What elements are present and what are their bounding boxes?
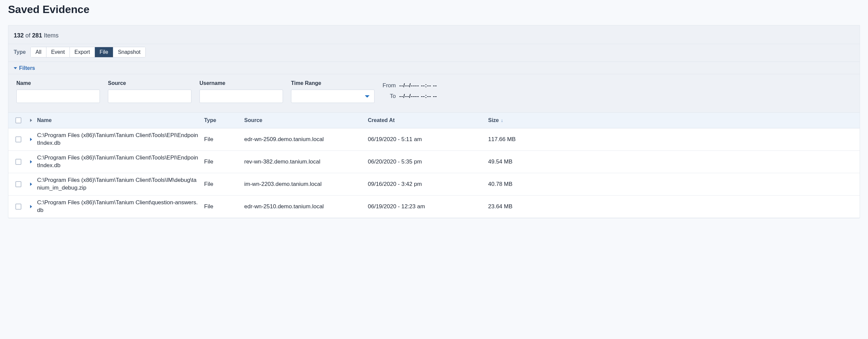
cell-type: File bbox=[204, 159, 244, 165]
col-source[interactable]: Source bbox=[244, 117, 368, 123]
type-option-export[interactable]: Export bbox=[70, 47, 95, 57]
cell-created: 06/19/2020 - 12:23 am bbox=[368, 203, 488, 210]
filter-fromto: From --/--/---- --:-- -- To --/--/---- -… bbox=[382, 80, 437, 100]
count-items: Items bbox=[44, 32, 59, 39]
type-option-snapshot[interactable]: Snapshot bbox=[113, 47, 145, 57]
col-name[interactable]: Name bbox=[37, 117, 204, 123]
col-size[interactable]: Size ↓ bbox=[488, 117, 525, 123]
cell-size: 23.64 MB bbox=[488, 203, 525, 210]
expand-all-icon[interactable] bbox=[30, 119, 32, 122]
row-checkbox[interactable] bbox=[16, 181, 21, 187]
row-checkbox[interactable] bbox=[16, 204, 21, 209]
filter-timerange-label: Time Range bbox=[291, 80, 375, 86]
filters-label: Filters bbox=[19, 65, 35, 71]
type-option-file[interactable]: File bbox=[95, 47, 113, 57]
from-value[interactable]: --/--/---- --:-- -- bbox=[399, 82, 437, 89]
cell-created: 06/19/2020 - 5:11 am bbox=[368, 136, 488, 143]
filters-body: Name Source Username Time Range From --/… bbox=[8, 74, 860, 113]
from-label: From bbox=[382, 82, 396, 89]
filters-toggle[interactable]: Filters bbox=[8, 62, 860, 74]
filter-name-label: Name bbox=[17, 80, 100, 86]
count-shown: 132 bbox=[14, 32, 24, 39]
caret-down-icon bbox=[14, 67, 17, 69]
count-total: 281 bbox=[32, 32, 42, 39]
cell-source: edr-wn-2510.demo.tanium.local bbox=[244, 203, 368, 210]
expand-row-icon[interactable] bbox=[30, 160, 32, 164]
type-filter-row: Type AllEventExportFileSnapshot bbox=[8, 44, 860, 62]
expand-row-icon[interactable] bbox=[30, 182, 32, 186]
filter-source-label: Source bbox=[108, 80, 191, 86]
cell-size: 117.66 MB bbox=[488, 136, 525, 143]
col-type[interactable]: Type bbox=[204, 117, 244, 123]
evidence-table: Name Type Source Created At Size ↓ C:\Pr… bbox=[8, 113, 860, 218]
cell-name: C:\Program Files (x86)\Tanium\Tanium Cli… bbox=[37, 154, 204, 169]
filter-timerange-col: Time Range bbox=[291, 80, 375, 103]
row-checkbox[interactable] bbox=[16, 159, 21, 165]
cell-source: rev-wn-382.demo.tanium.local bbox=[244, 159, 368, 165]
type-segmented: AllEventExportFileSnapshot bbox=[30, 47, 145, 57]
filter-username-label: Username bbox=[199, 80, 283, 86]
filter-source-input[interactable] bbox=[108, 90, 191, 103]
col-created[interactable]: Created At bbox=[368, 117, 488, 123]
cell-name: C:\Program Files (x86)\Tanium\Tanium Cli… bbox=[37, 199, 204, 214]
to-label: To bbox=[382, 93, 396, 100]
item-count: 132 of 281 Items bbox=[8, 25, 860, 44]
filter-username-input[interactable] bbox=[199, 90, 283, 103]
cell-created: 09/16/2020 - 3:42 pm bbox=[368, 181, 488, 188]
table-row: C:\Program Files (x86)\Tanium\Tanium Cli… bbox=[8, 173, 860, 196]
select-all-checkbox[interactable] bbox=[16, 117, 21, 123]
cell-size: 49.54 MB bbox=[488, 159, 525, 165]
cell-created: 06/20/2020 - 5:35 pm bbox=[368, 159, 488, 165]
count-of: of bbox=[25, 32, 30, 39]
sort-desc-icon: ↓ bbox=[501, 118, 503, 123]
type-option-all[interactable]: All bbox=[31, 47, 46, 57]
filter-username-col: Username bbox=[199, 80, 283, 103]
cell-size: 40.78 MB bbox=[488, 181, 525, 188]
evidence-panel: 132 of 281 Items Type AllEventExportFile… bbox=[8, 25, 860, 218]
cell-source: edr-wn-2509.demo.tanium.local bbox=[244, 136, 368, 143]
to-value[interactable]: --/--/---- --:-- -- bbox=[399, 93, 437, 100]
col-size-label: Size bbox=[488, 117, 499, 123]
expand-row-icon[interactable] bbox=[30, 138, 32, 141]
cell-type: File bbox=[204, 203, 244, 210]
row-checkbox[interactable] bbox=[16, 136, 21, 142]
cell-type: File bbox=[204, 136, 244, 143]
table-header: Name Type Source Created At Size ↓ bbox=[8, 113, 860, 129]
filter-source-col: Source bbox=[108, 80, 191, 103]
cell-source: im-wn-2203.demo.tanium.local bbox=[244, 181, 368, 188]
type-filter-label: Type bbox=[14, 49, 26, 55]
filter-timerange-select[interactable] bbox=[291, 90, 375, 103]
cell-name: C:\Program Files (x86)\Tanium\Tanium Cli… bbox=[37, 132, 204, 147]
table-row: C:\Program Files (x86)\Tanium\Tanium Cli… bbox=[8, 196, 860, 218]
expand-row-icon[interactable] bbox=[30, 205, 32, 208]
cell-name: C:\Program Files (x86)\Tanium\Tanium Cli… bbox=[37, 176, 204, 192]
cell-type: File bbox=[204, 181, 244, 188]
type-option-event[interactable]: Event bbox=[46, 47, 70, 57]
chevron-down-icon bbox=[365, 95, 370, 97]
filter-name-col: Name bbox=[17, 80, 100, 103]
filter-name-input[interactable] bbox=[17, 90, 100, 103]
table-row: C:\Program Files (x86)\Tanium\Tanium Cli… bbox=[8, 151, 860, 173]
table-row: C:\Program Files (x86)\Tanium\Tanium Cli… bbox=[8, 129, 860, 151]
page-title: Saved Evidence bbox=[8, 3, 860, 16]
